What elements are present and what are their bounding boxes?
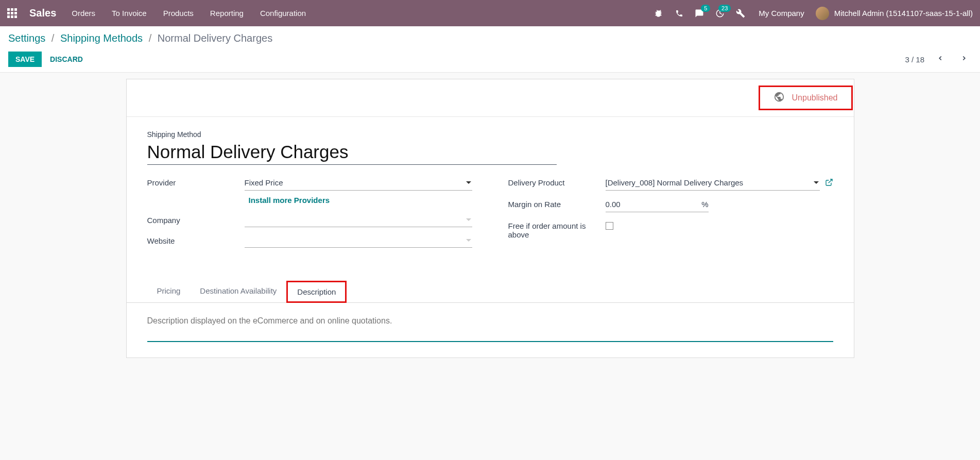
title-input[interactable] xyxy=(147,141,557,165)
phone-icon[interactable] xyxy=(675,9,683,18)
main-menu: Orders To Invoice Products Reporting Con… xyxy=(72,9,306,18)
bug-icon[interactable] xyxy=(655,9,664,18)
delivery-product-label: Delivery Product xyxy=(508,176,606,187)
menu-products[interactable]: Products xyxy=(163,9,194,18)
title-label: Shipping Method xyxy=(147,130,833,139)
breadcrumb-parent[interactable]: Shipping Methods xyxy=(60,32,143,44)
brand-title[interactable]: Sales xyxy=(29,7,56,19)
publish-label: Unpublished xyxy=(792,93,838,103)
left-column: Provider Fixed Price Install more Provid… xyxy=(147,176,472,255)
pager-prev[interactable] xyxy=(933,53,948,66)
caret-icon xyxy=(466,239,471,242)
provider-value: Fixed Price xyxy=(245,178,283,187)
menu-reporting[interactable]: Reporting xyxy=(210,9,244,18)
discard-button[interactable]: DISCARD xyxy=(50,55,83,63)
navbar-right: 5 23 My Company Mitchell Admin (15141107… xyxy=(655,7,973,20)
external-link-icon[interactable] xyxy=(825,178,833,189)
breadcrumb-current: Normal Delivery Charges xyxy=(158,32,272,44)
delivery-product-select[interactable]: [Delivery_008] Normal Delivery Charges xyxy=(606,176,820,191)
menu-configuration[interactable]: Configuration xyxy=(260,9,306,18)
caret-icon xyxy=(466,218,471,221)
sheet-topbar: Unpublished xyxy=(127,79,854,117)
tab-description[interactable]: Description xyxy=(286,281,347,303)
top-navbar: Sales Orders To Invoice Products Reporti… xyxy=(0,0,980,26)
tab-content xyxy=(127,303,854,357)
chat-badge: 5 xyxy=(701,5,710,12)
menu-to-invoice[interactable]: To Invoice xyxy=(112,9,147,18)
globe-icon xyxy=(773,91,785,105)
company-label: Company xyxy=(147,214,245,225)
chat-icon[interactable]: 5 xyxy=(695,9,704,18)
description-textarea[interactable] xyxy=(147,311,833,342)
avatar xyxy=(816,7,829,20)
tab-pricing[interactable]: Pricing xyxy=(147,281,191,303)
pager-text[interactable]: 3 / 18 xyxy=(905,55,924,64)
install-providers-button[interactable]: Install more Providers xyxy=(245,191,334,207)
delivery-product-value: [Delivery_008] Normal Delivery Charges xyxy=(606,178,744,187)
publish-button[interactable]: Unpublished xyxy=(759,86,853,110)
svg-line-0 xyxy=(828,179,832,183)
caret-icon xyxy=(466,181,471,184)
caret-icon xyxy=(814,181,819,184)
free-label: Free if order amount is above xyxy=(508,219,606,239)
free-checkbox[interactable] xyxy=(606,222,613,230)
breadcrumb: Settings / Shipping Methods / Normal Del… xyxy=(8,32,972,44)
save-button[interactable]: SAVE xyxy=(8,52,42,67)
breadcrumb-root[interactable]: Settings xyxy=(8,32,45,44)
margin-value: 0.00 xyxy=(606,200,702,209)
tabs: Pricing Destination Availability Descrip… xyxy=(127,281,854,303)
control-panel: Settings / Shipping Methods / Normal Del… xyxy=(0,26,980,73)
tab-destination-availability[interactable]: Destination Availability xyxy=(190,281,286,303)
company-select[interactable] xyxy=(245,214,472,227)
tools-icon[interactable] xyxy=(736,9,745,18)
menu-orders[interactable]: Orders xyxy=(72,9,95,18)
user-menu[interactable]: Mitchell Admin (15141107-saas-15-1-all) xyxy=(816,7,973,20)
form-container: Unpublished Shipping Method Provider Fix… xyxy=(0,73,980,373)
user-name-label: Mitchell Admin (15141107-saas-15-1-all) xyxy=(834,9,973,18)
company-name[interactable]: My Company xyxy=(759,9,804,18)
margin-input[interactable]: 0.00 % xyxy=(606,198,709,212)
apps-icon[interactable] xyxy=(7,8,17,18)
pager-next[interactable] xyxy=(956,53,972,66)
margin-label: Margin on Rate xyxy=(508,198,606,209)
margin-unit: % xyxy=(701,200,708,209)
website-label: Website xyxy=(147,234,245,245)
form-sheet: Unpublished Shipping Method Provider Fix… xyxy=(126,79,854,358)
website-select[interactable] xyxy=(245,234,472,248)
right-column: Delivery Product [Delivery_008] Normal D… xyxy=(508,176,833,255)
provider-label: Provider xyxy=(147,176,245,187)
activity-badge: 23 xyxy=(718,5,731,12)
provider-select[interactable]: Fixed Price xyxy=(245,176,472,191)
activity-icon[interactable]: 23 xyxy=(715,9,725,18)
